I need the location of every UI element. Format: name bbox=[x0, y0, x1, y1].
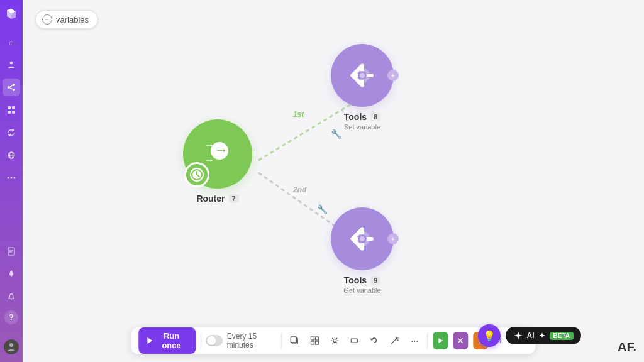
svg-rect-50 bbox=[311, 341, 314, 344]
toolbar-settings-btn[interactable] bbox=[327, 332, 342, 349]
user-avatar[interactable] bbox=[4, 339, 19, 354]
sidebar-item-loop[interactable] bbox=[3, 124, 20, 141]
router-node[interactable]: → → → Router 7 bbox=[183, 119, 252, 204]
wrench-icon-bottom: 🔧 bbox=[317, 204, 328, 214]
app-logo bbox=[4, 8, 18, 23]
tools-plus-button-top[interactable]: + bbox=[387, 70, 399, 81]
sidebar-item-home[interactable]: ⌂ bbox=[3, 33, 20, 51]
tools-badge-bottom: 9 bbox=[370, 276, 380, 285]
toolbar-rect-btn[interactable] bbox=[347, 332, 362, 349]
run-label: Run once bbox=[156, 331, 187, 350]
tools-sublabel-bottom: Get variable bbox=[343, 287, 380, 294]
toolbar-divider-3 bbox=[427, 333, 428, 348]
svg-rect-16 bbox=[8, 248, 14, 255]
sidebar-item-share[interactable] bbox=[3, 79, 20, 96]
schedule-toggle[interactable]: Every 15 minutes bbox=[206, 332, 277, 349]
svg-text:→: → bbox=[214, 142, 228, 158]
svg-rect-53 bbox=[352, 339, 358, 343]
svg-line-54 bbox=[391, 339, 396, 344]
ai-beta-section: 💡 AI BETA bbox=[478, 324, 581, 347]
af-watermark: AF. bbox=[618, 340, 636, 354]
sidebar-item-bell[interactable] bbox=[3, 288, 20, 305]
tools-plus-button-bottom[interactable]: + bbox=[387, 233, 399, 244]
bulb-button[interactable]: 💡 bbox=[478, 324, 501, 347]
main-canvas: ← variables 1st 2nd 🔧 🔧 → → → bbox=[23, 0, 644, 362]
svg-rect-46 bbox=[291, 337, 296, 343]
tools-sublabel-top: Set variable bbox=[344, 123, 380, 131]
svg-point-52 bbox=[333, 339, 336, 343]
toolbar-more-btn[interactable]: ··· bbox=[407, 332, 422, 349]
toggle-thumb bbox=[208, 336, 216, 345]
svg-point-15 bbox=[14, 177, 16, 179]
svg-point-1 bbox=[13, 84, 15, 86]
back-arrow-icon: ← bbox=[42, 14, 52, 25]
toolbar-wand-btn[interactable] bbox=[387, 332, 402, 349]
sidebar-item-help[interactable]: ? bbox=[4, 310, 18, 324]
variables-button[interactable]: ← variables bbox=[35, 10, 98, 29]
svg-rect-49 bbox=[315, 337, 318, 340]
svg-point-2 bbox=[8, 86, 10, 89]
sidebar-item-users[interactable] bbox=[3, 56, 20, 74]
svg-rect-51 bbox=[315, 341, 318, 344]
svg-point-37 bbox=[360, 73, 365, 78]
tools-node-top[interactable]: + Tools 8 Set variable bbox=[331, 44, 394, 131]
bottom-toolbar: Run once Every 15 minutes ··· bbox=[130, 327, 536, 354]
run-button[interactable]: Run once bbox=[138, 327, 196, 354]
svg-line-4 bbox=[10, 85, 13, 87]
tools-badge-top: 8 bbox=[370, 112, 380, 121]
router-label: Router 7 bbox=[196, 194, 238, 204]
sidebar-item-rocket[interactable] bbox=[3, 265, 20, 283]
svg-rect-8 bbox=[8, 111, 11, 114]
tools-circle-bottom[interactable] bbox=[331, 207, 394, 270]
svg-line-5 bbox=[10, 88, 13, 89]
tools-circle-top[interactable] bbox=[331, 44, 394, 107]
svg-point-20 bbox=[9, 343, 13, 347]
svg-rect-6 bbox=[8, 106, 11, 109]
svg-point-14 bbox=[11, 177, 13, 179]
router-badge: 7 bbox=[229, 194, 239, 203]
svg-point-0 bbox=[10, 62, 13, 65]
sidebar-item-more[interactable] bbox=[3, 169, 20, 187]
svg-rect-7 bbox=[12, 106, 15, 109]
svg-point-3 bbox=[13, 89, 15, 91]
ai-sparkle-icon bbox=[513, 331, 523, 341]
toolbar-divider-1 bbox=[201, 333, 201, 348]
toolbar-grid-btn[interactable] bbox=[307, 332, 322, 349]
svg-marker-59 bbox=[438, 338, 443, 343]
tools-node-bottom[interactable]: + Tools 9 Get variable bbox=[331, 207, 394, 294]
tools-icon-top bbox=[343, 57, 381, 94]
schedule-label: Every 15 minutes bbox=[227, 332, 276, 349]
toolbar-green-btn[interactable] bbox=[433, 332, 448, 349]
toolbar-copy-btn[interactable] bbox=[287, 332, 302, 349]
svg-rect-9 bbox=[12, 111, 15, 114]
svg-text:→: → bbox=[204, 155, 214, 165]
ai-badge[interactable]: AI BETA bbox=[506, 327, 581, 344]
toggle-track[interactable] bbox=[206, 335, 223, 346]
router-clock-icon bbox=[184, 162, 209, 187]
tools-label-top: Tools 8 bbox=[344, 112, 380, 122]
tools-icon-bottom bbox=[343, 220, 381, 258]
svg-line-58 bbox=[397, 339, 398, 341]
router-circle[interactable]: → → → bbox=[183, 119, 252, 189]
toolbar-undo-btn[interactable] bbox=[367, 332, 382, 349]
play-icon bbox=[147, 337, 152, 344]
sidebar-item-puzzle[interactable] bbox=[3, 101, 20, 119]
svg-point-13 bbox=[8, 177, 9, 179]
sidebar-item-book[interactable] bbox=[3, 243, 20, 260]
connection-label-1st: 1st bbox=[293, 110, 304, 119]
svg-rect-48 bbox=[311, 337, 314, 340]
variables-label: variables bbox=[56, 15, 89, 25]
connection-label-2nd: 2nd bbox=[293, 185, 306, 194]
sidebar: ⌂ bbox=[0, 0, 23, 362]
svg-text:→: → bbox=[204, 140, 214, 150]
toolbar-divider-2 bbox=[281, 333, 282, 348]
ai-stars-icon bbox=[538, 332, 546, 339]
sidebar-item-globe[interactable] bbox=[3, 146, 20, 164]
tools-label-bottom: Tools 9 bbox=[344, 275, 380, 285]
svg-point-44 bbox=[360, 236, 365, 241]
toolbar-purple-btn[interactable]: ✕ bbox=[453, 332, 468, 349]
